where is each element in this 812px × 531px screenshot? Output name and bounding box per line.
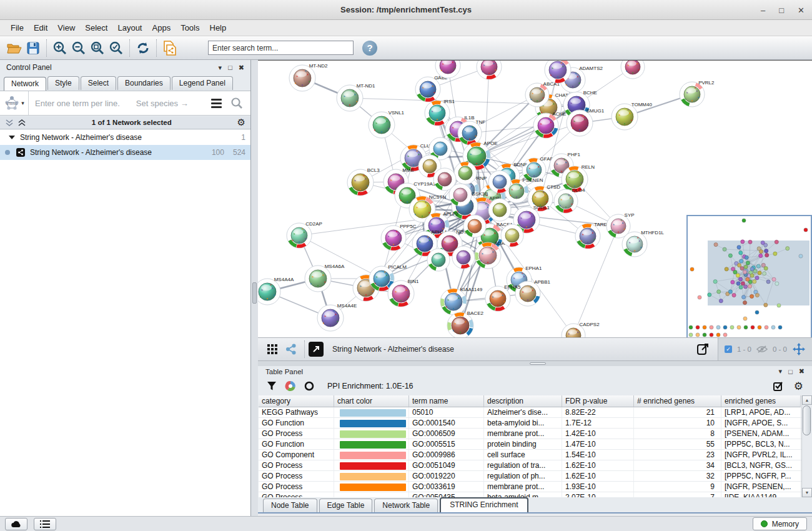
panel-float-icon[interactable]: □ [788,368,793,375]
column-header--enriched-genes[interactable]: # enriched genes [634,395,721,407]
grid-view-button[interactable] [263,340,282,359]
column-header-term-name[interactable]: term name [409,395,484,407]
tab-network[interactable]: Network [4,77,46,91]
filter-icon[interactable] [267,381,277,391]
selected-nodes-icon[interactable]: ✓ [725,345,732,353]
save-session-button[interactable] [24,39,42,57]
network-node[interactable] [477,61,502,79]
zoom-fit-button[interactable] [88,39,107,57]
table-row[interactable]: GO ComponentGO:0009986cell surface1.54E-… [259,450,801,460]
collapse-all-icon[interactable] [17,119,26,127]
table-row[interactable]: GO ProcessGO:0019220regulation of ph...1… [259,471,801,482]
expand-all-icon[interactable] [5,119,14,127]
string-query-input[interactable]: Enter one term per line. [29,99,120,108]
close-button[interactable]: ✕ [798,6,805,15]
task-history-button[interactable] [5,518,27,530]
menu-layout[interactable]: Layout [113,21,146,34]
panel-close-icon[interactable]: ✖ [799,367,805,375]
table-row[interactable]: GO ProcessGO:0051049regulation of tra...… [259,460,801,471]
select-all-checkbox-icon[interactable] [773,381,784,392]
network-node-CADPS2[interactable]: CADPS2 [562,322,600,337]
network-node[interactable] [452,246,475,269]
panel-float-icon[interactable]: □ [228,64,232,71]
network-node-TOMM40[interactable]: TOMM40 [611,102,652,130]
string-options-menu-icon[interactable] [211,99,222,108]
export-network-button[interactable] [694,340,713,359]
network-collection-row[interactable]: String Network - Alzheimer's disease 1 [0,130,250,145]
column-header-category[interactable]: category [259,395,334,407]
zoom-selected-button[interactable] [107,39,126,57]
network-node[interactable] [454,162,477,184]
network-node-CD2AP[interactable]: CD2AP [287,221,322,248]
network-options-gear-icon[interactable]: ⚙ [237,117,245,128]
memory-button[interactable]: Memory [753,517,807,530]
network-node-GAB2[interactable]: GAB2 [415,75,448,102]
menu-edit[interactable]: Edit [29,21,52,34]
table-row[interactable]: GO ProcessGO:0033619membrane prot...1.93… [259,482,801,492]
table-row[interactable]: GO ProcessGO:0050435beta-amyloid m...2.0… [259,492,801,497]
search-input[interactable] [208,41,354,55]
string-logo[interactable]: STRING ▾ [0,91,29,115]
column-header-chart-color[interactable]: chart color [334,395,409,407]
network-node-MT-ND1[interactable]: MT-ND1 [337,83,375,111]
menu-help[interactable]: Help [205,21,231,34]
menu-apps[interactable]: Apps [148,21,176,34]
column-header-description[interactable]: description [484,395,562,407]
menu-file[interactable]: File [6,21,28,34]
network-node-SMUG1[interactable]: SMUG1 [567,108,605,136]
open-session-button[interactable] [5,39,24,57]
minimize-button[interactable]: – [761,6,765,15]
tab-style[interactable]: Style [47,76,79,90]
network-node[interactable] [501,224,523,247]
splitter-handle[interactable] [530,362,546,365]
birdseye-view[interactable] [687,216,811,337]
scroll-up-icon[interactable]: ▲ [802,395,812,405]
table-scrollbar[interactable]: ▲ ▼ [801,395,811,497]
table-row[interactable]: GO FunctionGO:0001540beta-amyloid bi...1… [259,418,801,429]
network-node-VSNL1[interactable]: VSNL1 [369,110,405,138]
panel-menu-icon[interactable]: ▾ [779,367,783,375]
zoom-in-button[interactable] [51,39,69,57]
tab-string-enrichment[interactable]: STRING Enrichment [440,497,528,512]
scrollbar-thumb[interactable] [803,405,811,435]
collection-expand-icon[interactable] [9,136,15,139]
network-node-MS4A4E[interactable]: MS4A4E [317,303,357,331]
splitter-handle[interactable] [252,282,257,304]
tab-legend-panel[interactable]: Legend Panel [172,76,233,90]
menu-view[interactable]: View [53,21,79,34]
hidden-eye-icon[interactable] [756,345,768,354]
scroll-down-icon[interactable]: ▼ [802,488,812,497]
network-node-APBB1[interactable]: APBB1 [515,279,550,306]
table-row[interactable]: GO FunctionGO:0005515protein binding1.47… [259,439,801,450]
menu-tools[interactable]: Tools [176,21,204,34]
network-node[interactable] [488,171,511,193]
pan-move-icon[interactable] [792,342,806,356]
network-node-EPHA5[interactable]: EPHA5 [485,284,521,311]
network-node[interactable] [427,249,450,271]
table-row[interactable]: KEGG Pathways05010Alzheimer's dise...8.8… [259,407,801,418]
tab-edge-table[interactable]: Edge Table [319,499,373,512]
tab-node-table[interactable]: Node Table [263,499,317,512]
network-node-PVRL2[interactable]: PVRL2 [680,80,715,107]
string-search-icon[interactable] [230,97,243,109]
network-node[interactable] [545,61,571,83]
network-canvas[interactable]: MT-ND2MT-ND1VSNL1GAB2IRS1IL1BTNFCHATABCA… [258,60,812,337]
refresh-button[interactable] [134,39,152,57]
network-node-MTHFD1L[interactable]: MTHFD1L [622,230,665,257]
copy-network-button[interactable] [161,39,179,57]
network-row[interactable]: String Network - Alzheimer's disease 100… [0,145,250,160]
network-node[interactable] [488,199,511,221]
network-node-MS4A6A[interactable]: MS4A6A [305,264,345,292]
network-node-DLG4[interactable]: DLG4 [554,187,585,213]
ring-chart-icon[interactable] [304,381,314,391]
network-node[interactable] [463,215,486,237]
network-node[interactable] [449,184,472,206]
column-header-enriched-genes[interactable]: enriched genes [721,395,801,407]
panel-close-icon[interactable]: ✖ [239,64,244,72]
maximize-button[interactable]: □ [779,6,784,15]
share-view-button[interactable] [282,340,300,359]
set-species-link[interactable]: Set species → [136,99,189,108]
zoom-out-button[interactable] [69,39,88,57]
tab-boundaries[interactable]: Boundaries [117,76,171,90]
task-list-button[interactable] [34,518,56,530]
